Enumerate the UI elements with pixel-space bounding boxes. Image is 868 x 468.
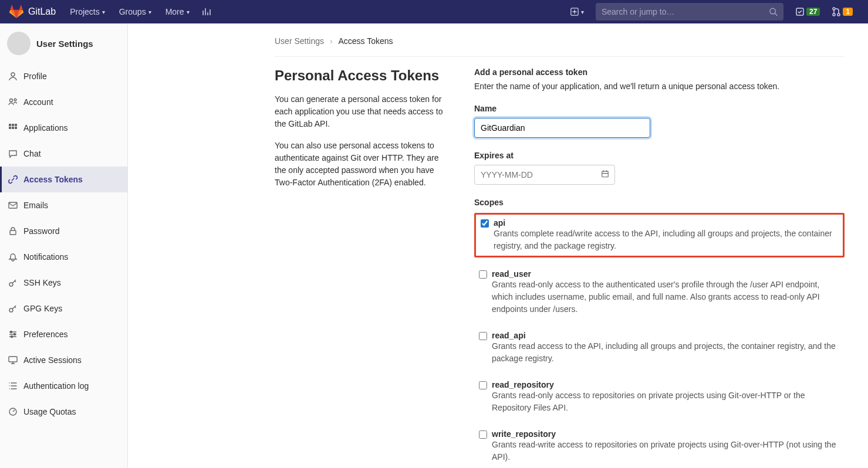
svg-point-8 (14, 99, 16, 101)
account-icon (8, 97, 18, 107)
sidebar-item-label: GPG Keys (23, 304, 62, 313)
name-input[interactable] (474, 118, 650, 138)
tanuki-icon (9, 5, 23, 19)
scope-checkbox-read_user[interactable] (479, 270, 487, 279)
nav-groups[interactable]: Groups▾ (112, 0, 158, 23)
page-title: Personal Access Tokens (275, 67, 451, 84)
sidebar-item-access-tokens[interactable]: Access Tokens (0, 167, 127, 192)
page-desc-2: You can also use personal access tokens … (275, 140, 451, 189)
sidebar-item-preferences[interactable]: Preferences (0, 321, 127, 347)
sidebar-item-label: Profile (23, 72, 47, 81)
todo-icon (795, 7, 805, 16)
sidebar-item-label: Authentication log (23, 381, 89, 391)
mail-icon (8, 201, 18, 210)
breadcrumb-separator: › (330, 36, 333, 46)
scope-name: read_user (492, 269, 840, 279)
name-label: Name (474, 104, 845, 113)
scope-name: write_repository (492, 429, 840, 439)
form-subheading: Enter the name of your application, and … (474, 82, 845, 91)
sidebar-item-chat[interactable]: Chat (0, 141, 127, 167)
sidebar-item-label: Preferences (23, 330, 67, 339)
👤-icon (8, 72, 18, 81)
merge-requests-link[interactable]: 1 (826, 0, 859, 23)
sidebar-item-authentication-log[interactable]: Authentication log (0, 373, 127, 399)
svg-rect-14 (15, 127, 17, 129)
expires-label: Expires at (474, 151, 845, 160)
main-content: User Settings › Access Tokens Personal A… (128, 23, 868, 468)
scope-desc: Grants complete read/write access to the… (494, 228, 838, 252)
scope-desc: Grants read-write access to repositories… (492, 439, 840, 463)
sidebar-item-password[interactable]: Password (0, 218, 127, 244)
expires-input[interactable] (474, 165, 615, 185)
breadcrumb-current: Access Tokens (339, 36, 393, 46)
svg-rect-9 (9, 124, 11, 126)
svg-rect-15 (9, 202, 17, 208)
chevron-down-icon: ▾ (148, 9, 151, 15)
scopes-label: Scopes (474, 198, 845, 207)
sidebar-item-label: Notifications (23, 252, 68, 262)
sidebar-item-label: Chat (23, 149, 41, 158)
scope-checkbox-read_repository[interactable] (479, 381, 487, 389)
scope-read_user: read_userGrants read-only access to the … (474, 266, 845, 319)
todos-link[interactable]: 27 (789, 0, 826, 23)
svg-point-19 (11, 331, 12, 333)
svg-rect-12 (9, 127, 11, 129)
bell-icon (8, 252, 18, 262)
scope-checkbox-read_api[interactable] (479, 332, 487, 340)
svg-point-21 (11, 336, 13, 338)
scope-desc: Grants read-only access to repositories … (492, 389, 840, 414)
lock-icon (8, 226, 18, 236)
sidebar-item-usage-quotas[interactable]: Usage Quotas (0, 399, 127, 425)
gauge-icon (8, 407, 18, 416)
scope-desc: Grants read access to the API, including… (492, 340, 840, 365)
scope-name: read_repository (492, 380, 840, 389)
sidebar-item-active-sessions[interactable]: Active Sessions (0, 347, 127, 373)
merge-count-badge: 1 (843, 8, 853, 16)
top-navbar: GitLab Projects▾ Groups▾ More▾ ▾ 27 1 (0, 0, 868, 23)
gitlab-logo[interactable]: GitLab (9, 5, 56, 19)
search-icon (769, 7, 778, 16)
todo-count-badge: 27 (806, 8, 820, 16)
sidebar-item-emails[interactable]: Emails (0, 192, 127, 218)
sidebar-item-notifications[interactable]: Notifications (0, 244, 127, 270)
key-icon (8, 304, 18, 313)
sidebar-item-ssh-keys[interactable]: SSH Keys (0, 270, 127, 296)
list-icon (8, 381, 18, 391)
sidebar-item-label: Usage Quotas (23, 407, 76, 416)
scope-read_repository: read_repositoryGrants read-only access t… (474, 377, 845, 418)
sidebar-title: User Settings (36, 39, 93, 49)
sidebar-item-label: SSH Keys (23, 278, 61, 287)
page-desc-1: You can generate a personal access token… (275, 93, 451, 130)
sidebar-item-label: Applications (23, 123, 68, 133)
merge-icon (832, 7, 841, 16)
nav-more[interactable]: More▾ (158, 0, 197, 23)
breadcrumb-root[interactable]: User Settings (275, 36, 324, 46)
sidebar-item-account[interactable]: Account (0, 89, 127, 115)
key-icon (8, 278, 18, 287)
scope-read_api: read_apiGrants read access to the API, i… (474, 327, 845, 368)
scope-name: read_api (492, 331, 840, 340)
activity-icon[interactable] (197, 0, 218, 23)
svg-point-5 (837, 13, 840, 16)
scope-checkbox-api[interactable] (481, 219, 489, 228)
sidebar-item-gpg-keys[interactable]: GPG Keys (0, 296, 127, 321)
svg-point-3 (833, 8, 835, 10)
svg-point-4 (833, 13, 835, 16)
scope-checkbox-write_repository[interactable] (479, 430, 487, 439)
svg-point-7 (10, 99, 13, 102)
scope-name: api (494, 218, 838, 228)
nav-projects[interactable]: Projects▾ (63, 0, 112, 23)
svg-rect-24 (602, 171, 609, 177)
new-dropdown[interactable]: ▾ (565, 0, 590, 23)
search-box[interactable] (596, 3, 783, 21)
avatar (7, 32, 31, 55)
chevron-down-icon: ▾ (581, 9, 584, 15)
sidebar-item-label: Password (23, 226, 59, 236)
sidebar-item-label: Access Tokens (23, 175, 83, 184)
sidebar-item-profile[interactable]: Profile (0, 63, 127, 89)
chat-icon (8, 149, 18, 158)
calendar-icon[interactable] (601, 170, 609, 180)
sidebar-item-applications[interactable]: Applications (0, 115, 127, 141)
search-input[interactable] (602, 7, 769, 16)
chevron-down-icon: ▾ (102, 9, 105, 15)
